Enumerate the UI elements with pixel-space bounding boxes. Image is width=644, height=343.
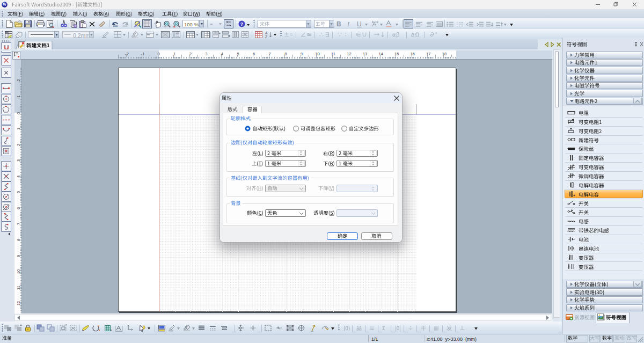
svg-text:A: A: [265, 31, 268, 35]
svg-text:2: 2: [265, 35, 267, 38]
svg-text:?: ?: [240, 21, 244, 27]
svg-text:W: W: [3, 3, 7, 7]
